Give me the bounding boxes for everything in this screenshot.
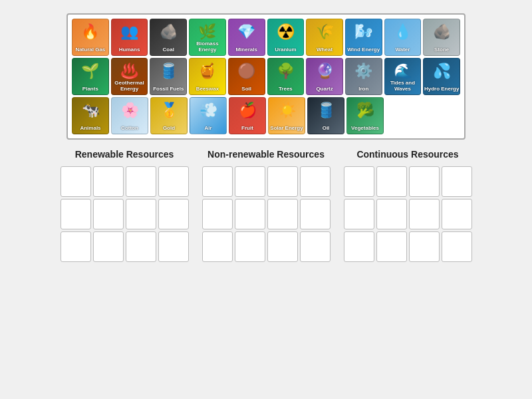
drop-cell[interactable] (61, 166, 91, 197)
drop-cell[interactable] (409, 166, 440, 197)
category-continuous-title: Continuous Resources (356, 149, 458, 160)
drop-cell[interactable] (300, 166, 331, 197)
category-nonrenewable: Non-renewable Resources (202, 149, 331, 262)
drop-cell[interactable] (344, 231, 374, 262)
tiles-row-1: 🔥 Natural Gas 👥 Humans 🪨 Coal 🌿 Biomass … (72, 19, 460, 56)
tile-icon: 🔮 (307, 59, 342, 84)
drop-cell[interactable] (442, 199, 472, 229)
drop-cell[interactable] (126, 231, 156, 262)
tile-minerals[interactable]: 💎 Minerals (228, 19, 265, 56)
tile-icon: 🌾 (307, 19, 342, 45)
tile-label: Beeswax (196, 86, 219, 92)
tile-label: Iron (358, 86, 368, 92)
drop-cell[interactable] (93, 166, 124, 197)
drop-cell[interactable] (126, 199, 156, 229)
drop-cell[interactable] (267, 199, 298, 229)
tile-cotton[interactable]: 🌸 Cotton (111, 97, 148, 134)
categories-section: Renewable Resources Non-renewable Resour… (13, 149, 519, 262)
drop-cell[interactable] (158, 231, 189, 262)
drop-cell[interactable] (235, 231, 265, 262)
tile-uranium[interactable]: ☢️ Uranium (267, 19, 305, 56)
tile-hydro-energy[interactable]: 💦 Hydro Energy (423, 58, 460, 95)
tile-label: Stone (434, 47, 449, 53)
tile-icon: 🌸 (112, 98, 148, 123)
tiles-row-3: 🐄 Animals 🌸 Cotton 🥇 Gold 💨 Air 🍎 Fruit … (72, 97, 460, 134)
tile-beeswax[interactable]: 🍯 Beeswax (189, 58, 226, 95)
drop-cell[interactable] (409, 199, 440, 229)
drop-cell[interactable] (202, 166, 233, 197)
tile-wheat[interactable]: 🌾 Wheat (306, 19, 343, 56)
tile-icon: 🔥 (72, 19, 108, 45)
tile-icon: 🌳 (268, 59, 304, 84)
drop-cell[interactable] (235, 199, 265, 229)
tile-label: Quartz (316, 86, 332, 92)
drop-cell[interactable] (93, 231, 124, 262)
drop-cell[interactable] (158, 199, 189, 229)
tile-label: Plants (82, 86, 98, 92)
drop-cell[interactable] (300, 231, 331, 262)
tile-water[interactable]: 💧 Water (384, 19, 422, 56)
drop-cell[interactable] (442, 166, 472, 197)
tile-icon: 🍯 (190, 59, 225, 84)
tile-humans[interactable]: 👥 Humans (111, 19, 148, 56)
tile-icon: 🪨 (150, 19, 186, 45)
category-renewable: Renewable Resources (61, 149, 189, 262)
drop-cell[interactable] (61, 199, 91, 229)
tile-label: Gold (163, 126, 175, 132)
drop-cell[interactable] (202, 199, 233, 229)
tile-label: Water (396, 47, 410, 53)
tile-natural-gas[interactable]: 🔥 Natural Gas (72, 19, 109, 56)
drop-cell[interactable] (202, 231, 233, 262)
tile-geothermal-energy[interactable]: ♨️ Geothermal Energy (111, 58, 148, 95)
tile-label: Geothermal Energy (112, 80, 148, 92)
tile-solar-energy[interactable]: ☀️ Solar Energy (268, 97, 305, 134)
tile-label: Air (204, 126, 211, 132)
tile-label: Oil (323, 126, 330, 132)
tile-label: Minerals (235, 47, 257, 53)
tile-label: Biomass Energy (190, 41, 225, 53)
tile-coal[interactable]: 🪨 Coal (150, 19, 187, 56)
tile-icon: 🐄 (72, 98, 108, 123)
tile-label: Natural Gas (75, 47, 105, 53)
drop-cell[interactable] (267, 166, 298, 197)
drop-cell[interactable] (376, 166, 407, 197)
drop-cell[interactable] (93, 199, 124, 229)
tile-wind-energy[interactable]: 🌬️ Wind Energy (345, 19, 382, 56)
tile-iron[interactable]: ⚙️ Iron (345, 58, 382, 95)
drop-cell[interactable] (158, 166, 189, 197)
tile-oil[interactable]: 🛢️ Oil (307, 97, 344, 134)
drop-cell[interactable] (409, 231, 440, 262)
tile-biomass-energy[interactable]: 🌿 Biomass Energy (189, 19, 226, 56)
tile-plants[interactable]: 🌱 Plants (72, 58, 109, 95)
tile-tides-and-waves[interactable]: 🌊 Tides and Waves (384, 58, 422, 95)
tile-label: Wind Energy (347, 47, 380, 53)
drop-cell[interactable] (267, 231, 298, 262)
drop-cell[interactable] (235, 166, 265, 197)
drop-cell[interactable] (61, 231, 91, 262)
drop-cell[interactable] (344, 199, 374, 229)
tile-soil[interactable]: 🟤 Soil (228, 58, 265, 95)
tile-animals[interactable]: 🐄 Animals (72, 97, 109, 134)
drop-cell[interactable] (376, 199, 407, 229)
tile-icon: 💧 (385, 19, 421, 45)
tile-label: Coal (163, 47, 174, 53)
tile-fruit[interactable]: 🍎 Fruit (229, 97, 266, 134)
tile-fossil-fuels[interactable]: 🛢️ Fossil Fuels (150, 58, 187, 95)
category-continuous: Continuous Resources (344, 149, 472, 262)
tile-label: Wheat (317, 47, 332, 53)
tile-air[interactable]: 💨 Air (190, 97, 227, 134)
tile-trees[interactable]: 🌳 Trees (267, 58, 305, 95)
drop-cell[interactable] (376, 231, 407, 262)
drop-cell[interactable] (344, 166, 374, 197)
tile-label: Fruit (241, 126, 253, 132)
tile-quartz[interactable]: 🔮 Quartz (306, 58, 343, 95)
tile-stone[interactable]: 🪨 Stone (423, 19, 460, 56)
tile-vegetables[interactable]: 🥦 Vegetables (346, 97, 384, 134)
tile-icon: 👥 (112, 19, 148, 45)
drop-cell[interactable] (442, 231, 472, 262)
tile-gold[interactable]: 🥇 Gold (150, 97, 188, 134)
tile-label: Cotton (121, 126, 138, 132)
drop-cell[interactable] (300, 199, 331, 229)
drop-cell[interactable] (126, 166, 156, 197)
tile-label: Fossil Fuels (153, 86, 184, 92)
